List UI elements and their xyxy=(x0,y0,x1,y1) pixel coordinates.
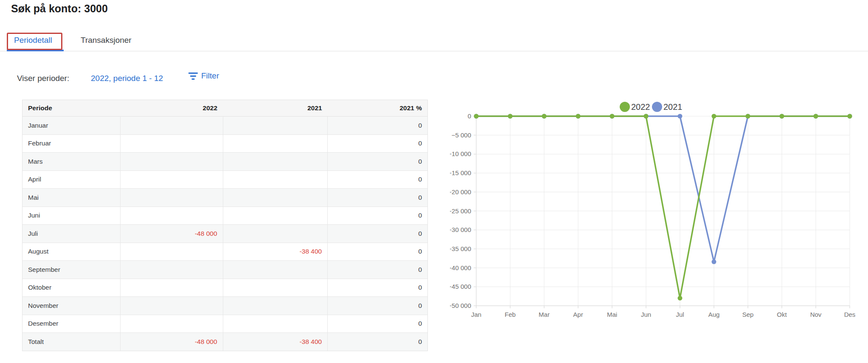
data-point-2022 xyxy=(746,114,750,119)
cell-periode: Mars xyxy=(22,153,121,171)
svg-text:−35 000: −35 000 xyxy=(450,245,471,252)
cell-2022 xyxy=(120,134,223,153)
period-table: Periode 2022 2021 2021 % Januar0Februar0… xyxy=(22,100,428,351)
svg-text:Des: Des xyxy=(844,311,856,318)
data-point-2022 xyxy=(848,114,852,119)
filter-button[interactable]: Filter xyxy=(188,71,219,81)
cell-2022 xyxy=(120,170,223,189)
cell-2022 xyxy=(120,153,223,171)
cell-2021-pct: 0 xyxy=(328,279,428,297)
cell-2021-pct: 0 xyxy=(328,243,428,261)
viser-perioder-label: Viser perioder: xyxy=(17,74,69,83)
cell-2021-pct: 0 xyxy=(328,170,428,189)
cell-2021-pct: 0 xyxy=(328,189,428,207)
cell-2022 xyxy=(120,189,223,207)
svg-text:−10 000: −10 000 xyxy=(450,150,471,157)
cell-periode: Oktober xyxy=(22,279,121,297)
cell-2021-pct: 0 xyxy=(328,261,428,279)
cell-periode: Juli xyxy=(22,225,121,243)
cell-2021 xyxy=(223,117,328,135)
cell-periode: Totalt xyxy=(22,333,121,351)
table-row: April0 xyxy=(22,170,428,189)
svg-text:Mar: Mar xyxy=(539,311,550,318)
chart-grid xyxy=(474,116,850,308)
table-row: Juni0 xyxy=(22,207,428,225)
data-point-2021 xyxy=(678,114,683,119)
svg-text:Aug: Aug xyxy=(708,311,720,318)
y-axis-labels: 0−5 000−10 000−15 000−20 000−25 000−30 0… xyxy=(450,112,471,309)
data-point-2022 xyxy=(814,114,818,119)
cell-periode: Februar xyxy=(22,134,121,153)
table-row: Oktober0 xyxy=(22,279,428,297)
cell-periode: September xyxy=(22,261,121,279)
table-row: August-38 4000 xyxy=(22,243,428,261)
cell-2021 xyxy=(223,261,328,279)
tab-periodetall[interactable]: Periodetall xyxy=(14,36,52,45)
filter-list-icon xyxy=(188,72,198,80)
cell-2021-pct: 0 xyxy=(328,297,428,315)
svg-text:0: 0 xyxy=(468,112,471,120)
cell-2022 xyxy=(120,315,223,333)
legend-swatch-2021 xyxy=(652,102,662,112)
cell-periode: Januar xyxy=(22,117,121,135)
svg-text:−5 000: −5 000 xyxy=(452,131,471,139)
period-range-link[interactable]: 2022, periode 1 - 12 xyxy=(91,74,163,83)
cell-2022 xyxy=(120,261,223,279)
table-row: November0 xyxy=(22,297,428,315)
line-chart-svg: 0−5 000−10 000−15 000−20 000−25 000−30 0… xyxy=(450,97,868,328)
svg-text:Nov: Nov xyxy=(810,311,822,318)
table-row-total: Totalt-48 000-38 4000 xyxy=(22,333,428,351)
svg-text:−45 000: −45 000 xyxy=(450,283,471,290)
data-point-2022 xyxy=(644,114,649,119)
data-point-2022 xyxy=(542,114,547,119)
cell-2021-pct: 0 xyxy=(328,315,428,333)
cell-2021 xyxy=(223,315,328,333)
column-header-periode: Periode xyxy=(22,100,121,117)
cell-2021: -38 400 xyxy=(223,243,328,261)
legend-item-2021[interactable]: 2021 xyxy=(652,102,683,112)
cell-2021-pct: 0 xyxy=(328,225,428,243)
cell-periode: Mai xyxy=(22,189,121,207)
cell-2021 xyxy=(223,134,328,153)
table-row: September0 xyxy=(22,261,428,279)
data-point-2022 xyxy=(508,114,513,119)
cell-periode: November xyxy=(22,297,121,315)
period-table-body: Januar0Februar0Mars0April0Mai0Juni0Juli-… xyxy=(22,117,428,351)
cell-periode: April xyxy=(22,170,121,189)
table-row: Februar0 xyxy=(22,134,428,153)
legend-swatch-2022 xyxy=(620,102,630,112)
svg-text:−15 000: −15 000 xyxy=(450,169,471,176)
cell-2022 xyxy=(120,297,223,315)
cell-2021-pct: 0 xyxy=(328,134,428,153)
data-point-2022 xyxy=(678,296,683,301)
cell-periode: August xyxy=(22,243,121,261)
legend-item-2022[interactable]: 2022 xyxy=(620,102,650,112)
svg-text:2022: 2022 xyxy=(631,102,650,112)
svg-text:Mai: Mai xyxy=(607,311,617,318)
tab-transaksjoner[interactable]: Transaksjoner xyxy=(81,36,132,45)
active-tab-indicator xyxy=(7,50,64,51)
cell-2021 xyxy=(223,207,328,225)
cell-2021-pct: 0 xyxy=(328,333,428,351)
svg-text:2021: 2021 xyxy=(663,102,683,112)
cell-periode: Juni xyxy=(22,207,121,225)
chart-legend: 20222021 xyxy=(620,102,683,112)
cell-2021 xyxy=(223,153,328,171)
table-header-row: Periode 2022 2021 2021 % xyxy=(22,100,428,117)
svg-text:Apr: Apr xyxy=(573,311,583,318)
svg-text:−25 000: −25 000 xyxy=(450,207,471,215)
tabbar-divider xyxy=(0,51,868,51)
cell-2022 xyxy=(120,117,223,135)
svg-text:Feb: Feb xyxy=(505,311,516,318)
cell-2022 xyxy=(120,243,223,261)
svg-text:−30 000: −30 000 xyxy=(450,226,471,233)
cell-2022 xyxy=(120,279,223,297)
data-point-2021 xyxy=(712,260,716,264)
cell-2022: -48 000 xyxy=(120,225,223,243)
page-title: Søk på konto: 3000 xyxy=(11,3,108,15)
table-row: Mars0 xyxy=(22,153,428,171)
table-row: Mai0 xyxy=(22,189,428,207)
cell-2021 xyxy=(223,225,328,243)
cell-2021 xyxy=(223,297,328,315)
cell-2021-pct: 0 xyxy=(328,207,428,225)
